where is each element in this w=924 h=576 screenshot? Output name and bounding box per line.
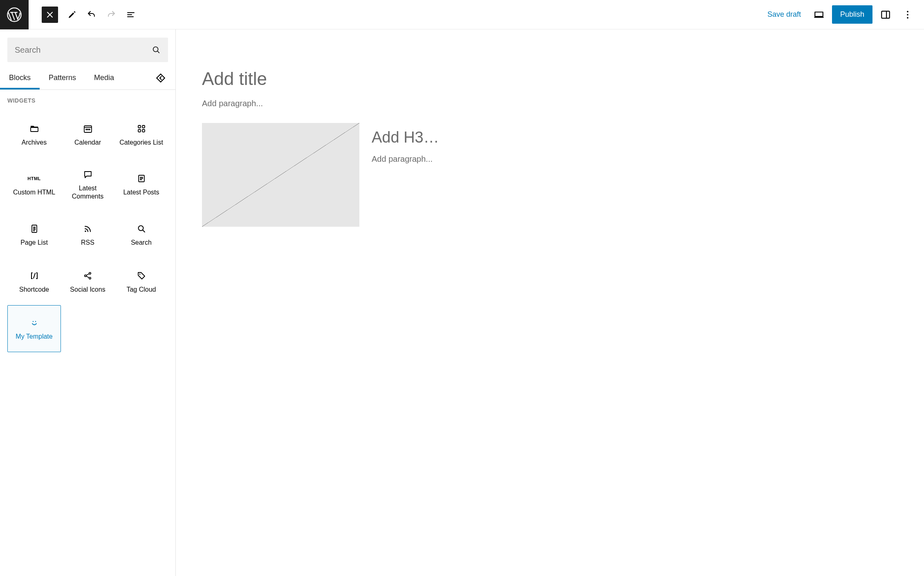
- list-view-icon: [126, 10, 136, 20]
- block-label: My Template: [16, 333, 52, 341]
- svg-point-20: [89, 272, 90, 274]
- tab-patterns[interactable]: Patterns: [40, 66, 85, 89]
- redo-button[interactable]: [102, 6, 120, 24]
- columns-block: Add H3… Add paragraph...: [202, 123, 590, 227]
- close-inserter-button[interactable]: [42, 7, 58, 23]
- svg-point-19: [84, 275, 86, 276]
- svg-rect-13: [138, 129, 141, 132]
- block-label: Archives: [22, 138, 47, 147]
- block-label: RSS: [81, 239, 94, 247]
- smile-icon: [29, 317, 40, 328]
- svg-rect-14: [142, 129, 145, 132]
- block-shortcode[interactable]: Shortcode: [7, 258, 61, 305]
- html-icon: HTML: [29, 173, 40, 184]
- block-page-list[interactable]: Page List: [7, 211, 61, 258]
- inserter-body: WIDGETS Archives Calendar: [0, 90, 175, 576]
- preview-button[interactable]: [810, 6, 828, 24]
- block-label: Tag Cloud: [126, 286, 156, 294]
- svg-point-24: [35, 321, 36, 321]
- publish-button[interactable]: Publish: [832, 5, 872, 24]
- options-menu-button[interactable]: [899, 6, 917, 24]
- block-label: Custom HTML: [13, 188, 55, 196]
- search-input[interactable]: [15, 45, 152, 55]
- paragraph-placeholder[interactable]: Add paragraph...: [202, 99, 590, 108]
- undo-button[interactable]: [83, 6, 101, 24]
- wordpress-logo-icon: [7, 7, 22, 22]
- tab-blocks[interactable]: Blocks: [0, 66, 40, 89]
- document-overview-button[interactable]: [122, 6, 140, 24]
- main-area: Blocks Patterns Media WIDGETS Archives: [0, 29, 924, 576]
- save-draft-button[interactable]: Save draft: [763, 7, 806, 22]
- inserter-search-row: [0, 29, 175, 62]
- block-my-template[interactable]: My Template: [7, 305, 61, 352]
- editor-topbar: Save draft Publish: [0, 0, 924, 29]
- block-latest-posts[interactable]: Latest Posts: [114, 158, 168, 211]
- edit-tool-button[interactable]: [63, 6, 81, 24]
- inserter-search-box[interactable]: [7, 38, 168, 62]
- diamond-chevron-icon: [155, 73, 166, 83]
- block-grid: Archives Calendar Categories List HTML: [7, 111, 168, 352]
- block-label: Social Icons: [70, 286, 105, 294]
- block-latest-comments[interactable]: Latest Comments: [61, 158, 114, 211]
- search-block-icon: [136, 223, 147, 234]
- image-placeholder[interactable]: [202, 123, 359, 227]
- rss-icon: [82, 223, 94, 234]
- block-social-icons[interactable]: Social Icons: [61, 258, 114, 305]
- block-label: Search: [131, 239, 152, 247]
- topbar-right: Save draft Publish: [763, 5, 924, 24]
- svg-point-17: [85, 230, 86, 232]
- block-categories-list[interactable]: Categories List: [114, 111, 168, 158]
- paragraph2-placeholder[interactable]: Add paragraph...: [372, 154, 590, 164]
- svg-point-22: [139, 273, 140, 275]
- tab-media[interactable]: Media: [85, 66, 123, 89]
- inserter-explore-button[interactable]: [153, 71, 168, 85]
- block-label: Calendar: [74, 138, 101, 147]
- svg-point-4: [907, 17, 908, 18]
- svg-point-8: [86, 129, 87, 130]
- block-archives[interactable]: Archives: [7, 111, 61, 158]
- calendar-icon: [82, 123, 94, 134]
- post-title-placeholder[interactable]: Add title: [202, 69, 590, 89]
- shortcode-icon: [29, 270, 40, 281]
- svg-point-23: [32, 321, 33, 321]
- desktop-icon: [814, 9, 824, 20]
- block-label: Page List: [20, 239, 48, 247]
- svg-point-10: [89, 129, 90, 130]
- undo-icon: [87, 10, 96, 20]
- posts-icon: [136, 173, 147, 184]
- svg-rect-12: [142, 125, 145, 128]
- svg-rect-16: [32, 225, 37, 232]
- close-icon: [45, 10, 55, 20]
- block-rss[interactable]: RSS: [61, 211, 114, 258]
- svg-point-18: [138, 225, 143, 230]
- page-list-icon: [29, 223, 40, 234]
- svg-point-9: [87, 129, 88, 130]
- svg-rect-6: [31, 127, 38, 132]
- column-2: Add H3… Add paragraph...: [372, 123, 590, 164]
- archives-icon: [29, 123, 40, 134]
- redo-icon: [106, 10, 116, 20]
- editor-canvas[interactable]: Add title Add paragraph... Add H3… Add p…: [176, 29, 924, 576]
- block-tag-cloud[interactable]: Tag Cloud: [114, 258, 168, 305]
- block-custom-html[interactable]: HTML Custom HTML: [7, 158, 61, 211]
- block-calendar[interactable]: Calendar: [61, 111, 114, 158]
- block-inserter-panel: Blocks Patterns Media WIDGETS Archives: [0, 29, 176, 576]
- comment-icon: [82, 169, 94, 180]
- svg-point-21: [89, 277, 90, 279]
- inserter-tabs: Blocks Patterns Media: [0, 66, 175, 90]
- tag-icon: [136, 270, 147, 281]
- categories-icon: [136, 123, 147, 134]
- wordpress-logo[interactable]: [0, 0, 29, 29]
- settings-sidebar-toggle[interactable]: [877, 6, 895, 24]
- block-label: Latest Posts: [123, 188, 159, 196]
- svg-rect-1: [881, 11, 890, 18]
- block-search[interactable]: Search: [114, 211, 168, 258]
- sidebar-icon: [880, 9, 891, 20]
- share-icon: [82, 270, 94, 281]
- search-icon: [152, 45, 161, 54]
- h3-placeholder[interactable]: Add H3…: [372, 129, 590, 146]
- editor-content: Add title Add paragraph... Add H3… Add p…: [202, 69, 590, 227]
- svg-rect-11: [138, 125, 141, 128]
- pencil-icon: [67, 10, 77, 20]
- block-label: Shortcode: [19, 286, 49, 294]
